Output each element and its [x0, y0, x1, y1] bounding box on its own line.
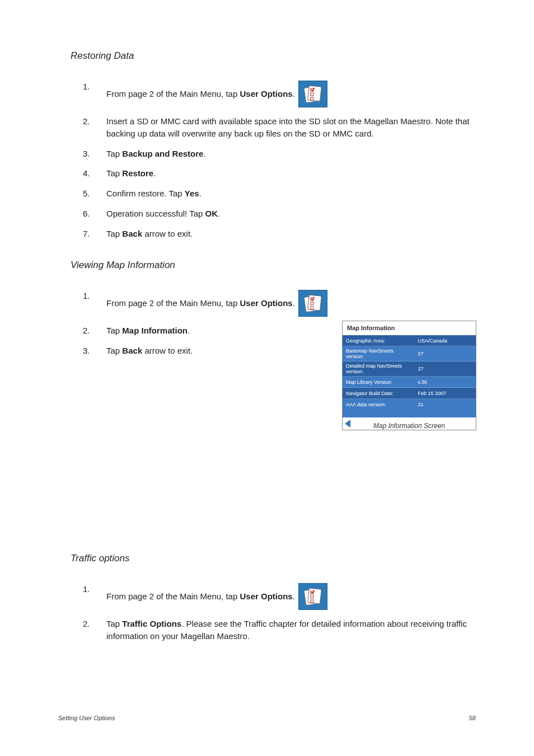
list-item: 2. Insert a SD or MMC card with availabl… — [69, 115, 476, 140]
step-text: Tap — [106, 229, 122, 238]
list-item: 3. Tap Backup and Restore. — [69, 148, 476, 160]
table-row: AAA data version:21 — [343, 399, 476, 410]
user-options-icon — [298, 583, 327, 610]
step-number: 2. — [83, 618, 106, 630]
step-post: . — [293, 298, 295, 308]
map-info-value: v.36 — [415, 377, 476, 388]
user-options-icon — [298, 81, 327, 107]
map-info-key: Basemap NavStreets version: — [343, 346, 415, 361]
step-post: arrow to exit. — [142, 229, 193, 238]
map-info-title: Map Information — [343, 321, 476, 335]
step-bold: Yes — [185, 189, 199, 198]
step-text: Tap — [106, 149, 122, 158]
table-row: Map Library Version:v.36 — [343, 377, 476, 388]
step-post: . — [153, 168, 156, 178]
step-number: 5. — [83, 187, 106, 200]
step-post: arrow to exit. — [142, 346, 193, 355]
footer-section-title: Setting User Options — [58, 715, 115, 721]
step-post: . — [188, 326, 190, 335]
map-info-key: Geographic Area: — [343, 335, 415, 346]
step-post: . — [293, 591, 295, 601]
step-number: 2. — [83, 115, 106, 128]
step-bold: Traffic Options — [122, 619, 181, 628]
restoring-steps: 1. From page 2 of the Main Menu, tap Use… — [69, 81, 476, 240]
heading-restoring-data: Restoring Data — [71, 50, 476, 62]
map-info-value: 21 — [415, 399, 476, 410]
list-item: 1. From page 2 of the Main Menu, tap Use… — [69, 583, 476, 610]
step-text: Confirm restore. Tap — [106, 189, 185, 198]
step-number: 1. — [83, 290, 106, 302]
heading-viewing-map-info: Viewing Map Information — [71, 260, 476, 271]
step-text: Operation successful! Tap — [106, 209, 205, 218]
list-item: 5. Confirm restore. Tap Yes. — [69, 187, 476, 200]
map-info-value: Feb 15 2007 — [415, 388, 476, 399]
step-number: 2. — [83, 325, 106, 337]
step-text: Tap — [106, 326, 122, 335]
map-info-value: 27 — [415, 346, 476, 361]
step-bold: User Options — [240, 591, 292, 601]
list-item: 4. Tap Restore. — [69, 167, 476, 180]
map-info-blank-row — [343, 410, 476, 417]
step-number: 1. — [83, 81, 106, 93]
list-item: 1. From page 2 of the Main Menu, tap Use… — [69, 81, 476, 107]
step-text: From page 2 of the Main Menu, tap — [106, 89, 240, 98]
map-info-value: 27 — [415, 361, 476, 377]
step-number: 4. — [83, 167, 106, 180]
step-text: Insert a SD or MMC card with available s… — [106, 115, 476, 140]
list-item: 1. From page 2 of the Main Menu, tap Use… — [69, 290, 476, 317]
list-item: 2. Tap Traffic Options. Please see the T… — [69, 618, 476, 642]
step-number: 7. — [83, 228, 106, 240]
step-text: From page 2 of the Main Menu, tap — [106, 591, 240, 601]
traffic-steps: 1. From page 2 of the Main Menu, tap Use… — [69, 583, 476, 642]
map-info-caption: Map Information Screen — [343, 422, 476, 430]
step-bold: User Options — [240, 298, 292, 308]
step-text: Tap — [106, 619, 122, 628]
step-bold: User Options — [240, 89, 292, 98]
map-info-table: Geographic Area:USA/Canada Basemap NavSt… — [343, 335, 476, 410]
step-number: 3. — [83, 345, 106, 357]
user-options-icon — [298, 290, 327, 317]
table-row: Basemap NavStreets version:27 — [343, 346, 476, 361]
step-bold: Backup and Restore — [122, 149, 203, 158]
table-row: Geographic Area:USA/Canada — [343, 335, 476, 346]
step-text: Tap — [106, 346, 122, 355]
map-info-key: Map Library Version: — [343, 377, 415, 388]
heading-traffic-options: Traffic options — [71, 553, 476, 564]
step-bold: Back — [122, 346, 142, 355]
map-information-screenshot: Map Information Geographic Area:USA/Cana… — [343, 321, 476, 430]
map-info-key: Navigator Build Date: — [343, 388, 415, 399]
step-bold: Back — [122, 229, 142, 238]
step-post: . — [293, 89, 295, 98]
step-number: 3. — [83, 148, 106, 160]
page-footer: Setting User Options 58 — [58, 715, 476, 721]
step-number: 1. — [83, 583, 106, 595]
step-bold: Restore — [122, 168, 153, 178]
step-bold: Map Information — [122, 326, 188, 335]
page-number: 58 — [469, 715, 476, 721]
step-post: . — [218, 209, 220, 218]
step-post: . — [203, 149, 205, 158]
step-text: Tap — [106, 168, 122, 178]
table-row: Navigator Build Date:Feb 15 2007 — [343, 388, 476, 399]
list-item: 7. Tap Back arrow to exit. — [69, 228, 476, 240]
step-post: . — [199, 189, 202, 198]
step-text: From page 2 of the Main Menu, tap — [106, 298, 240, 308]
map-info-key: Detailed map NavStreets version: — [343, 361, 415, 377]
map-info-value: USA/Canada — [415, 335, 476, 346]
list-item: 6. Operation successful! Tap OK. — [69, 208, 476, 220]
step-number: 6. — [83, 208, 106, 220]
table-row: Detailed map NavStreets version:27 — [343, 361, 476, 377]
step-bold: OK — [205, 209, 218, 218]
map-info-key: AAA data version: — [343, 399, 415, 410]
